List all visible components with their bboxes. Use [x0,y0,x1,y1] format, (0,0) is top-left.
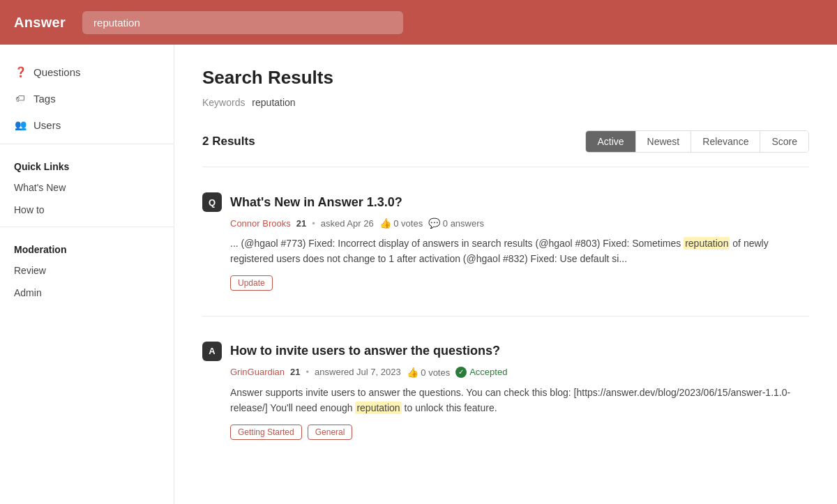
result-action: asked Apr 26 [321,218,374,229]
keywords-label: Keywords [202,97,245,108]
result-excerpt-2: Answer supports invite users to answer t… [202,385,809,416]
tag-general[interactable]: General [308,425,353,440]
moderation-title: Moderation [0,233,174,259]
result-title: What's New in Answer 1.3.0? [230,195,402,210]
results-top-divider [202,167,809,167]
result-action-2: answered Jul 7, 2023 [315,367,401,377]
result-votes: 👍 0 votes [379,217,423,229]
layout: ❓ Questions 🏷 Tags 👥 Users Quick Links W… [0,45,837,504]
sidebar-link-admin[interactable]: Admin [0,282,174,304]
header: Answer [0,0,837,45]
question-icon: ❓ [14,66,27,78]
result-type-badge: Q [202,192,222,212]
result-tags-2: Getting Started General [202,425,809,440]
result-author-score: 21 [296,218,306,229]
sidebar-item-tags[interactable]: 🏷 Tags [0,85,174,112]
result-title-2: How to invite users to answer the questi… [230,344,500,358]
dot-1: • [312,218,315,229]
keywords-row: Keywords reputation [202,97,809,108]
tag-icon: 🏷 [14,92,27,105]
results-mid-divider [202,316,809,316]
page-title: Search Results [202,67,809,89]
quick-links-title: Quick Links [0,150,174,176]
accepted-check-icon: ✓ [455,367,467,378]
result-author-score-2: 21 [290,367,300,377]
result-tags: Update [202,275,809,291]
sort-score[interactable]: Score [760,131,808,152]
dot-2: • [306,367,310,377]
results-count: 2 Results [202,135,255,148]
result-votes-2: 👍 0 votes [407,367,451,378]
result-author-2[interactable]: GrinGuardian [230,367,285,377]
keywords-value: reputation [252,97,295,108]
sidebar-link-review[interactable]: Review [0,259,174,282]
search-input[interactable] [82,11,403,34]
sort-relevance[interactable]: Relevance [691,131,760,152]
sort-buttons: Active Newest Relevance Score [585,130,809,153]
result-author[interactable]: Connor Brooks [230,218,291,229]
sort-active[interactable]: Active [586,131,635,152]
result-excerpt: ... (@hgaol #773) Fixed: Incorrect displ… [202,236,809,267]
sidebar-divider-2 [0,227,174,227]
thumbs-up-icon: 👍 [379,217,391,229]
sidebar: ❓ Questions 🏷 Tags 👥 Users Quick Links W… [0,45,174,504]
app-logo: Answer [14,15,66,31]
result-title-row: Q What's New in Answer 1.3.0? [202,192,809,212]
sidebar-item-questions[interactable]: ❓ Questions [0,59,174,85]
sidebar-label-tags: Tags [33,93,56,105]
sidebar-link-whats-new[interactable]: What's New [0,176,174,199]
comment-icon: 💬 [428,217,440,229]
sort-newest[interactable]: Newest [635,131,691,152]
search-container [82,11,403,34]
highlight-reputation-2: reputation [355,402,401,414]
sidebar-link-how-to[interactable]: How to [0,199,174,221]
result-title-row-2: A How to invite users to answer the ques… [202,342,809,361]
result-type-badge-2: A [202,342,222,361]
result-item: Q What's New in Answer 1.3.0? Connor Bro… [202,178,809,305]
tag-update[interactable]: Update [230,275,273,291]
result-answers: 💬 0 answers [428,217,484,229]
sidebar-divider-1 [0,144,174,144]
users-icon: 👥 [14,119,27,131]
highlight-reputation: reputation [684,237,730,250]
result-meta-2: GrinGuardian 21 • answered Jul 7, 2023 👍… [202,367,809,378]
accepted-badge: ✓ Accepted [455,367,507,378]
result-meta: Connor Brooks 21 • asked Apr 26 👍 0 vote… [202,217,809,229]
sidebar-label-questions: Questions [33,66,81,78]
sidebar-label-users: Users [33,119,61,131]
main-content: Search Results Keywords reputation 2 Res… [174,45,837,504]
sidebar-item-users[interactable]: 👥 Users [0,112,174,138]
thumbs-up-icon-2: 👍 [407,367,418,378]
result-item: A How to invite users to answer the ques… [202,328,809,454]
results-header: 2 Results Active Newest Relevance Score [202,130,809,153]
tag-getting-started[interactable]: Getting Started [230,425,302,440]
